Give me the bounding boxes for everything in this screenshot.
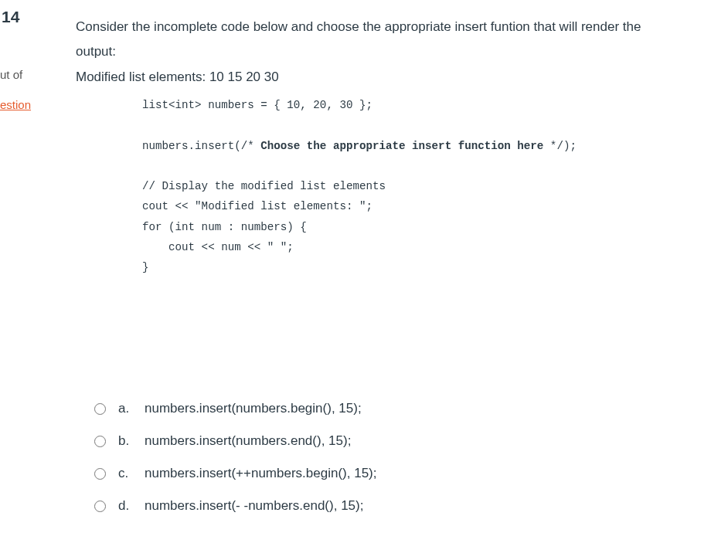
code-line: list<int> numbers = { 10, 20, 30 };: [142, 99, 373, 111]
code-line: for (int num : numbers) {: [142, 221, 307, 233]
answer-options: a. numbers.insert(numbers.begin(), 15); …: [76, 401, 720, 514]
option-letter: c.: [118, 466, 132, 481]
option-text: numbers.insert(numbers.end(), 15);: [145, 433, 351, 449]
option-c-radio[interactable]: [94, 468, 106, 480]
code-line: cout << "Modified list elements: ";: [142, 200, 373, 212]
expected-output: Modified list elements: 10 15 20 30: [76, 67, 720, 87]
option-a[interactable]: a. numbers.insert(numbers.begin(), 15);: [94, 401, 720, 416]
code-snippet: list<int> numbers = { 10, 20, 30 }; numb…: [142, 95, 720, 277]
option-letter: d.: [118, 498, 132, 514]
code-line: }: [142, 261, 149, 273]
code-line: cout << num << " ";: [142, 241, 294, 253]
question-sidebar: 14 ut of estion: [0, 0, 48, 560]
option-letter: b.: [118, 433, 132, 449]
question-prompt: Consider the incomplete code below and c…: [76, 17, 720, 87]
question-number: 14: [0, 8, 43, 26]
option-text: numbers.insert(numbers.begin(), 15);: [145, 401, 362, 416]
option-b-radio[interactable]: [94, 436, 106, 447]
option-d-radio[interactable]: [94, 501, 106, 512]
option-c[interactable]: c. numbers.insert(++numbers.begin(), 15)…: [94, 466, 720, 481]
flag-question-link[interactable]: estion: [0, 98, 31, 111]
option-b[interactable]: b. numbers.insert(numbers.end(), 15);: [94, 433, 720, 449]
code-line: // Display the modified list elements: [142, 180, 386, 192]
option-a-radio[interactable]: [94, 403, 106, 415]
option-text: numbers.insert(- -numbers.end(), 15);: [145, 498, 363, 514]
option-text: numbers.insert(++numbers.begin(), 15);: [145, 466, 376, 481]
code-line: numbers.insert(/* Choose the appropriate…: [142, 140, 577, 152]
prompt-text-line2: output:: [76, 42, 720, 62]
option-letter: a.: [118, 401, 132, 416]
out-of-label: ut of: [0, 68, 43, 81]
prompt-text-line1: Consider the incomplete code below and c…: [76, 17, 720, 37]
question-content: Consider the incomplete code below and c…: [48, 0, 728, 560]
option-d[interactable]: d. numbers.insert(- -numbers.end(), 15);: [94, 498, 720, 514]
